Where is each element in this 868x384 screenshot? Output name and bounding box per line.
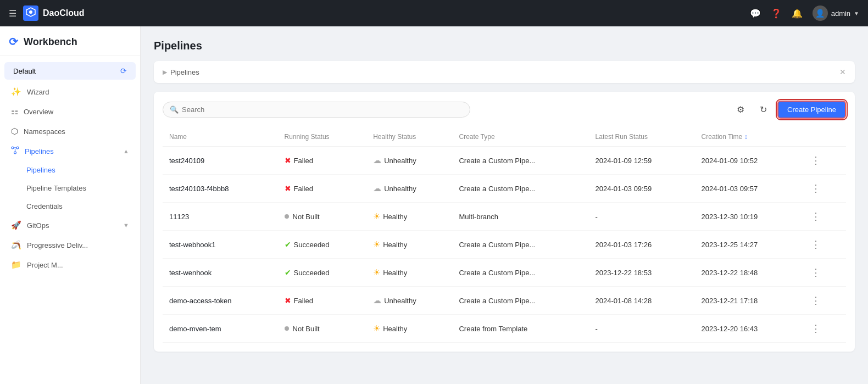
settings-button[interactable]: ⚙	[732, 101, 749, 119]
cell-create-type: Create a Custom Pipe...	[452, 287, 588, 315]
not-built-icon	[285, 326, 289, 331]
cell-name[interactable]: 11123	[163, 203, 278, 231]
cell-running-status: Not Built	[278, 203, 367, 231]
unhealthy-cloud-icon: ☁	[373, 155, 381, 165]
cell-name[interactable]: test-webhook1	[163, 231, 278, 259]
cell-creation-time: 2023-12-20 16:43	[695, 315, 801, 343]
top-nav: ☰ DaoCloud 💬 ❓ 🔔 👤 admin ▼	[0, 0, 868, 26]
cell-latest-run: 2024-01-03 09:59	[589, 175, 695, 203]
healthy-sun-icon: ☀	[373, 212, 380, 221]
breadcrumb-item[interactable]: Pipelines	[170, 68, 199, 76]
more-actions-button[interactable]: ⋮	[808, 265, 824, 280]
col-running-status: Running Status	[278, 127, 367, 147]
user-area[interactable]: 👤 admin ▼	[813, 5, 859, 21]
content-area: Pipelines ▶ Pipelines ✕ 🔍 ⚙ ↻ Create Pip…	[141, 26, 868, 384]
workbench-header: ⟳ Workbench	[0, 26, 140, 55]
cell-running-status: ✖ Failed	[278, 287, 367, 315]
sidebar-item-pipelines[interactable]: Pipelines ▲	[2, 141, 138, 161]
search-input[interactable]	[182, 105, 463, 114]
cell-actions: ⋮	[801, 315, 846, 343]
col-name: Name	[163, 127, 278, 147]
cell-running-status: ✖ Failed	[278, 175, 367, 203]
sidebar-item-pipeline-templates[interactable]: Pipeline Templates	[2, 179, 138, 197]
table-row: test-webhook1 ✔ Succeeded ☀ Healthy Crea…	[163, 231, 846, 259]
cell-actions: ⋮	[801, 231, 846, 259]
sidebar-item-credentials[interactable]: Credentials	[2, 197, 138, 215]
more-actions-button[interactable]: ⋮	[808, 153, 824, 168]
cell-actions: ⋮	[801, 259, 846, 287]
toolbar: 🔍 ⚙ ↻ Create Pipeline	[163, 101, 846, 119]
search-box[interactable]: 🔍	[163, 102, 470, 118]
sidebar-item-pipelines-sub[interactable]: Pipelines	[2, 161, 138, 179]
cell-running-status: ✔ Succeeded	[278, 231, 367, 259]
project-icon: 📁	[11, 260, 21, 270]
create-pipeline-button[interactable]: Create Pipeline	[777, 101, 846, 119]
sidebar-item-project-m[interactable]: 📁 Project M...	[2, 255, 138, 275]
cell-name[interactable]: demo-mven-tem	[163, 315, 278, 343]
cell-creation-time: 2024-01-03 09:57	[695, 175, 801, 203]
cell-running-status: ✖ Failed	[278, 147, 367, 175]
menu-icon[interactable]: ☰	[9, 8, 16, 19]
cell-latest-run: 2024-01-09 12:59	[589, 147, 695, 175]
sidebar-item-overview[interactable]: ⚏ Overview	[2, 102, 138, 121]
logo-icon	[23, 5, 38, 21]
chat-icon[interactable]: 💬	[750, 8, 761, 19]
cell-name[interactable]: test240109	[163, 147, 278, 175]
workbench-icon: ⟳	[9, 35, 18, 48]
cell-latest-run: 2024-01-03 17:26	[589, 231, 695, 259]
refresh-icon[interactable]: ⟳	[120, 66, 127, 75]
sidebar-item-label: GitOps	[27, 221, 49, 230]
gitops-icon: 🚀	[11, 220, 21, 230]
svg-point-4	[14, 152, 16, 154]
pipelines-icon	[11, 146, 19, 156]
namespaces-icon: ⬡	[11, 126, 18, 136]
cell-creation-time: 2023-12-30 10:19	[695, 203, 801, 231]
more-actions-button[interactable]: ⋮	[808, 293, 824, 308]
cell-healthy-status: ☁ Unhealthy	[366, 175, 452, 203]
cell-actions: ⋮	[801, 147, 846, 175]
cell-actions: ⋮	[801, 175, 846, 203]
more-actions-button[interactable]: ⋮	[808, 321, 824, 336]
table-row: demo-mven-tem Not Built ☀ Healthy Create…	[163, 315, 846, 343]
cell-name[interactable]: test240103-f4bbb8	[163, 175, 278, 203]
more-actions-button[interactable]: ⋮	[808, 237, 824, 252]
cell-create-type: Multi-branch	[452, 203, 588, 231]
cell-create-type: Create from Template	[452, 315, 588, 343]
cell-latest-run: 2023-12-22 18:53	[589, 259, 695, 287]
sidebar-item-progressive-deliv[interactable]: 🪃 Progressive Deliv...	[2, 235, 138, 255]
table-row: test-wenhook ✔ Succeeded ☀ Healthy Creat…	[163, 259, 846, 287]
bell-icon[interactable]: 🔔	[792, 8, 803, 19]
cell-name[interactable]: test-wenhook	[163, 259, 278, 287]
chevron-down-icon: ▼	[854, 10, 859, 16]
sidebar-default-row[interactable]: Default ⟳	[4, 62, 136, 80]
help-icon[interactable]: ❓	[771, 8, 782, 19]
page-title: Pipelines	[154, 40, 855, 52]
more-actions-button[interactable]: ⋮	[808, 181, 824, 196]
chevron-down-icon: ▼	[123, 222, 129, 229]
more-actions-button[interactable]: ⋮	[808, 209, 824, 224]
cell-name[interactable]: demo-access-token	[163, 287, 278, 315]
cell-latest-run: -	[589, 315, 695, 343]
sidebar-default-label: Default	[13, 67, 36, 75]
user-name: admin	[831, 9, 850, 18]
cell-running-status: ✔ Succeeded	[278, 259, 367, 287]
chevron-up-icon: ▲	[123, 148, 129, 154]
breadcrumb-panel: ▶ Pipelines ✕	[154, 61, 855, 83]
col-actions	[801, 127, 846, 147]
cell-create-type: Create a Custom Pipe...	[452, 147, 588, 175]
unhealthy-cloud-icon: ☁	[373, 296, 381, 305]
col-creation-time: Creation Time ↕	[695, 127, 801, 147]
sidebar-section: Default ⟳ ✨ Wizard ⚏ Overview ⬡ Namespac…	[0, 55, 140, 279]
col-healthy-status: Healthy Status	[366, 127, 452, 147]
table-row: demo-access-token ✖ Failed ☁ Unhealthy C…	[163, 287, 846, 315]
sort-icon[interactable]: ↕	[744, 133, 748, 141]
sidebar-item-namespaces[interactable]: ⬡ Namespaces	[2, 121, 138, 141]
sidebar: ⟳ Workbench Default ⟳ ✨ Wizard ⚏ Overvie…	[0, 26, 141, 384]
cell-healthy-status: ☀ Healthy	[366, 259, 452, 287]
nav-right: 💬 ❓ 🔔 👤 admin ▼	[750, 5, 859, 21]
sidebar-item-label: Credentials	[26, 202, 63, 210]
close-icon[interactable]: ✕	[839, 68, 846, 76]
refresh-button[interactable]: ↻	[755, 101, 772, 119]
sidebar-item-gitops[interactable]: 🚀 GitOps ▼	[2, 215, 138, 235]
sidebar-item-wizard[interactable]: ✨ Wizard	[2, 82, 138, 102]
